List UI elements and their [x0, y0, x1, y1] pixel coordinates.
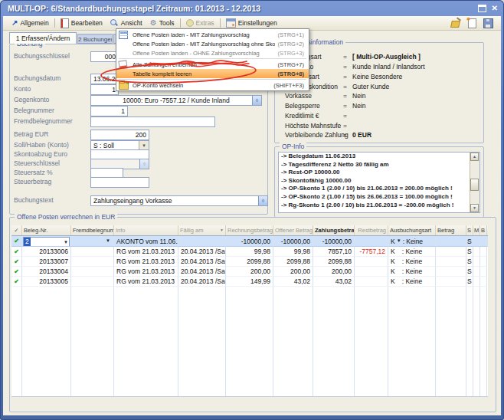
cell-b[interactable]	[480, 277, 487, 287]
cell-dropdown-icon[interactable]: ▼	[106, 236, 111, 246]
cell-dropdown-icon[interactable]: ▼	[64, 238, 69, 247]
cell-ausbuchungsart[interactable]: K: Keine	[388, 267, 436, 277]
cell-betrag[interactable]	[436, 257, 466, 267]
cell-restbetrag[interactable]: -7757,12	[355, 247, 388, 257]
menu-tools[interactable]: ⚙ Tools	[146, 18, 178, 28]
column-header-s[interactable]: S	[466, 225, 473, 235]
konto-field[interactable]: 1	[90, 84, 119, 95]
cell-restbetrag[interactable]	[355, 236, 388, 247]
op-info-scrollbar[interactable]: ▲ ▼	[470, 153, 479, 212]
combo-button-icon[interactable]: ◊	[139, 159, 149, 169]
cell-rechnungsbetrag[interactable]: 200,00	[226, 267, 273, 277]
cell-fremdbeleg[interactable]	[71, 267, 114, 277]
belegnummer-field[interactable]: 1	[90, 106, 128, 116]
cell-fremdbeleg[interactable]	[71, 257, 114, 267]
menu-item-op-laden-ohne-skonto[interactable]: Offene Posten laden - MIT Zahlungsvorsch…	[116, 39, 309, 48]
cell-m[interactable]	[473, 247, 480, 257]
save-icon[interactable]	[483, 18, 493, 28]
table-row-selected[interactable]: ✔ 2▼ ▼ AKONTO vom 11.06.201 -10000,00 -1…	[11, 236, 488, 247]
column-header-zahlungsbetrag[interactable]: Zahlungsbetrag	[313, 225, 355, 235]
cell-s[interactable]: S	[466, 247, 473, 257]
cell-ausbuchungsart[interactable]: K: Keine	[388, 247, 436, 257]
combo-button-icon[interactable]: ◊	[258, 196, 267, 205]
op-info-list[interactable]: -> Belegdatum 11.06.2013 -> Tagesdiffere…	[278, 152, 480, 213]
column-header-info[interactable]: Info	[114, 225, 178, 235]
betrag-field[interactable]: 200	[90, 130, 149, 140]
beleg-selected-value[interactable]: 2	[24, 238, 31, 247]
cell-offener-betrag[interactable]: 99,98	[273, 247, 313, 257]
menu-item-op-laden-ohne-vorschlag[interactable]: Offene Posten landen - OHNE Zahlungsvors…	[116, 48, 309, 57]
column-header-betrag[interactable]: Betrag	[436, 225, 466, 235]
menu-einstellungen[interactable]: Einstellungen	[222, 18, 281, 28]
cell-rechnungsbetrag[interactable]: 99,98	[226, 247, 273, 257]
fremdbelegnummer-field[interactable]	[90, 116, 215, 127]
cell-b[interactable]	[480, 247, 487, 257]
row-check-icon[interactable]: ✔	[11, 267, 22, 277]
cell-restbetrag[interactable]	[355, 267, 388, 277]
cell-ausbuchungsart[interactable]: K: Keine	[388, 257, 436, 267]
cell-info[interactable]: AKONTO vom 11.06.201	[114, 236, 178, 247]
cell-m[interactable]	[473, 257, 480, 267]
cell-beleg[interactable]: 20133007	[22, 257, 71, 267]
row-check-icon[interactable]: ✔	[11, 247, 22, 257]
cell-faellig[interactable]: 20.04.2013 /Sa	[178, 277, 226, 287]
cell-rechnungsbetrag[interactable]: 2099,88	[226, 257, 273, 267]
tab-buchungen[interactable]: 2 Buchungen	[77, 34, 113, 44]
cell-betrag[interactable]	[436, 277, 466, 287]
cell-zahlungsbetrag[interactable]: 7857,10	[313, 247, 355, 257]
cell-offener-betrag[interactable]: 2099,88	[273, 257, 313, 267]
column-header-ausbuchungsart[interactable]: Ausbuchungsart	[388, 225, 436, 235]
cell-fremdbeleg[interactable]	[71, 247, 114, 257]
column-header-restbetrag[interactable]: Restbetrag	[355, 225, 388, 235]
restore-icon[interactable]	[478, 5, 486, 12]
column-header-beleg[interactable]: Beleg-Nr.	[22, 225, 71, 235]
column-header-offener-betrag[interactable]: Offener Betrag	[273, 225, 313, 235]
cell-m[interactable]	[473, 267, 480, 277]
combo-button-icon[interactable]: ◊	[252, 96, 261, 105]
scroll-up-icon[interactable]: ▲	[470, 153, 479, 161]
cell-rechnungsbetrag[interactable]: 149,99	[226, 277, 273, 287]
cell-s[interactable]: S	[466, 236, 473, 247]
cell-offener-betrag[interactable]: -10000,00	[273, 236, 313, 247]
broom-icon[interactable]	[451, 18, 461, 28]
buchungsschluessel-field[interactable]: 000	[90, 51, 119, 62]
column-header-m[interactable]: M	[473, 225, 480, 235]
scroll-thumb[interactable]	[470, 179, 479, 191]
cell-b[interactable]	[480, 236, 487, 247]
cell-beleg-editor[interactable]: 2▼	[22, 236, 71, 247]
column-header-fremdbeleg[interactable]: Fremdbelegnummer	[71, 225, 114, 235]
cell-faellig[interactable]	[178, 236, 226, 247]
cell-zahlungsbetrag[interactable]: 200,00	[313, 267, 355, 277]
menu-allgemein[interactable]: ↗ Allgemein	[8, 18, 53, 28]
cell-dropdown-icon[interactable]: ▼	[397, 236, 401, 246]
cell-faellig[interactable]: 20.04.2013 /Sa	[178, 267, 226, 277]
cell-info[interactable]: RG vom 21.03.2013	[114, 277, 178, 287]
table-row[interactable]: ✔ 20133007 RG vom 21.03.2013 20.04.2013 …	[11, 257, 488, 267]
cell-beleg[interactable]: 20133004	[22, 267, 71, 277]
cell-beleg[interactable]: 20133006	[22, 247, 71, 257]
menu-ansicht[interactable]: Ansicht	[106, 18, 146, 28]
cell-info[interactable]: RG vom 21.03.2013	[114, 267, 178, 277]
cell-info[interactable]: RG vom 21.03.2013	[114, 247, 178, 257]
menu-item-zahlungen-entfernen[interactable]: Alle Zahlungen entfernen (STRG+7)	[116, 60, 309, 69]
cell-betrag[interactable]	[436, 247, 466, 257]
cell-betrag[interactable]	[436, 267, 466, 277]
menu-item-tabelle-leeren[interactable]: Tabelle komplett leeren (STRG+8)	[116, 69, 309, 78]
cell-restbetrag[interactable]	[355, 257, 388, 267]
cell-betrag[interactable]	[436, 236, 466, 247]
cell-info[interactable]: RG vom 21.03.2013	[114, 257, 178, 267]
cell-fremdbeleg[interactable]	[71, 277, 114, 287]
table-row[interactable]: ✔ 20133005 RG vom 21.03.2013 20.04.2013 …	[11, 277, 488, 287]
cell-zahlungsbetrag[interactable]: 43,02	[313, 277, 355, 287]
cell-offener-betrag[interactable]: 43,02	[273, 277, 313, 287]
column-header-rechnungsbetrag[interactable]: Rechnungsbetrag	[226, 225, 273, 235]
cell-b[interactable]	[480, 257, 487, 267]
column-header-b[interactable]: B	[480, 225, 487, 235]
table-row[interactable]: ✔ 20133004 RG vom 21.03.2013 20.04.2013 …	[11, 267, 488, 277]
close-icon[interactable]: ✕	[492, 5, 498, 12]
menu-item-op-laden-mit[interactable]: Offene Posten laden - MIT Zahlungsvorsch…	[116, 30, 309, 39]
cell-offener-betrag[interactable]: 200,00	[273, 267, 313, 277]
cell-s[interactable]: S	[466, 267, 473, 277]
steuerbetrag-field[interactable]	[90, 177, 149, 188]
cell-s[interactable]: S	[466, 257, 473, 267]
